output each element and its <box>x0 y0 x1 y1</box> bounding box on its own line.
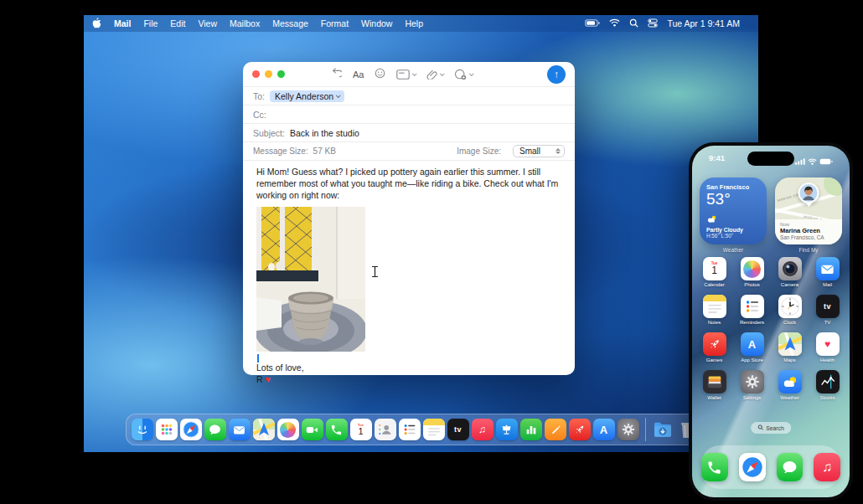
dock-pages-icon[interactable] <box>545 419 566 440</box>
app-tv-icon[interactable]: tv <box>816 295 840 318</box>
dock-music-icon[interactable]: ♫ <box>472 419 494 440</box>
spotlight-search-icon[interactable] <box>629 18 638 29</box>
emoji-icon[interactable] <box>375 68 385 80</box>
menu-app-name[interactable]: Mail <box>114 18 131 28</box>
recipient-token[interactable]: Kelly Anderson <box>270 90 344 102</box>
send-button[interactable]: ↑ <box>547 65 566 84</box>
dock-phone-icon[interactable] <box>701 453 728 481</box>
app-games-icon[interactable] <box>703 332 726 356</box>
app-wallet-icon[interactable] <box>703 370 726 393</box>
iphone-device: 9:41 San Francisco 53° Partly Cloudy H:5… <box>689 142 853 501</box>
image-size-label: Image Size: <box>457 147 501 156</box>
undo-icon[interactable] <box>330 68 342 80</box>
findmy-avatar-pin <box>798 183 819 207</box>
heart-emoji: ♥ <box>266 374 271 384</box>
app-appstore-icon[interactable]: A <box>741 332 764 356</box>
cc-field[interactable]: Cc: <box>243 105 575 124</box>
findmy-widget-label: Find My <box>775 247 842 253</box>
dock-calendar-icon[interactable]: Tue 1 <box>350 419 372 440</box>
app-stocks-icon[interactable] <box>816 370 840 393</box>
iphone-clock: 9:41 <box>709 153 725 168</box>
message-body[interactable]: Hi Mom! Guess what? I picked up pottery … <box>243 161 575 386</box>
dock-messages-icon[interactable] <box>204 419 226 440</box>
dock-safari-icon[interactable] <box>739 453 766 481</box>
spotlight-search-pill[interactable]: Search <box>751 422 791 434</box>
dock-mail-icon[interactable] <box>229 419 251 440</box>
menu-item-message[interactable]: Message <box>272 18 308 28</box>
app-maps-icon[interactable] <box>778 332 802 356</box>
subject-label: Subject: <box>253 128 285 138</box>
dock-settings-icon[interactable] <box>618 419 639 440</box>
menu-item-view[interactable]: View <box>198 18 217 28</box>
dock-safari-icon[interactable] <box>180 419 202 440</box>
select-arrows-icon <box>549 148 561 154</box>
dock-maps-icon[interactable] <box>253 419 275 440</box>
wifi-icon <box>808 153 817 168</box>
dock-phone-icon[interactable] <box>326 419 348 440</box>
app-settings-icon[interactable] <box>741 370 764 393</box>
message-size-row: Message Size: 57 KB Image Size: Small <box>243 142 575 161</box>
message-size-value: 57 KB <box>313 147 336 156</box>
wifi-icon[interactable] <box>609 18 620 28</box>
battery-icon[interactable] <box>585 18 600 28</box>
image-size-select[interactable]: Small <box>513 145 565 157</box>
dock-launchpad-icon[interactable] <box>156 419 178 440</box>
cc-label: Cc: <box>253 110 266 120</box>
menu-item-mailbox[interactable]: Mailbox <box>230 18 260 28</box>
menu-item-format[interactable]: Format <box>321 18 349 28</box>
weather-widget[interactable]: San Francisco 53° Partly Cloudy H:56° L:… <box>700 177 767 244</box>
menu-bar: Mail File Edit View Mailbox Message Form… <box>84 15 758 32</box>
app-weather-icon[interactable] <box>778 370 802 393</box>
message-size-label: Message Size: <box>253 147 308 156</box>
signature-closing: Lots of love, <box>256 363 561 374</box>
dock-music-icon[interactable]: ♫ <box>814 453 840 481</box>
dock-downloads-icon[interactable] <box>652 419 674 440</box>
mac-dock: Tue 1 tv ♫ A <box>126 414 704 445</box>
findmy-widget[interactable]: MARINA GREEN DR MARINA BLVD Now Marina G… <box>775 177 842 244</box>
minimize-window-button[interactable] <box>265 70 272 78</box>
dock-keynote-icon[interactable] <box>496 419 518 440</box>
attachment-icon[interactable] <box>426 69 443 80</box>
dock-numbers-icon[interactable] <box>520 419 542 440</box>
menu-item-edit[interactable]: Edit <box>170 18 185 28</box>
dock-messages-icon[interactable] <box>777 453 804 481</box>
apple-menu-icon[interactable] <box>92 18 101 30</box>
format-text-button[interactable]: Aa <box>353 69 364 80</box>
app-clock-icon[interactable] <box>778 295 802 318</box>
pottery-photo[interactable] <box>256 207 365 352</box>
header-fields-button[interactable] <box>396 69 416 80</box>
dock-games-icon[interactable] <box>569 419 591 440</box>
dock-reminders-icon[interactable] <box>399 419 421 440</box>
iphone-dock: ♫ <box>701 445 840 489</box>
app-calendar-icon[interactable]: Tue1 <box>703 257 726 280</box>
dock-tv-icon[interactable]: tv <box>447 419 469 440</box>
dock-photos-icon[interactable] <box>277 419 299 440</box>
to-label: To: <box>253 91 265 101</box>
close-window-button[interactable] <box>252 70 260 78</box>
menu-clock[interactable]: Tue Apr 1 9:41 AM <box>667 18 740 28</box>
body-paragraph: Hi Mom! Guess what? I picked up pottery … <box>256 167 561 202</box>
menu-item-file[interactable]: File <box>143 18 158 28</box>
dock-notes-icon[interactable] <box>423 419 445 440</box>
subject-field[interactable]: Subject: Back in the studio <box>243 124 575 142</box>
dock-contacts-icon[interactable] <box>375 419 396 440</box>
insert-photo-icon[interactable] <box>454 69 473 80</box>
battery-icon <box>819 153 833 168</box>
menu-item-help[interactable]: Help <box>405 18 423 28</box>
app-photos-icon[interactable] <box>741 257 764 280</box>
app-health-icon[interactable]: ♥ <box>816 332 840 356</box>
app-mail-icon[interactable] <box>816 257 840 280</box>
to-field[interactable]: To: Kelly Anderson <box>243 87 575 105</box>
zoom-window-button[interactable] <box>277 70 285 78</box>
app-camera-icon[interactable] <box>778 257 802 280</box>
iphone-status-bar: 9:41 <box>692 153 850 168</box>
dock-facetime-icon[interactable] <box>302 419 323 440</box>
app-notes-icon[interactable] <box>703 295 726 318</box>
dock-appstore-icon[interactable]: A <box>593 419 615 440</box>
ibeam-mouse-cursor <box>371 265 379 278</box>
app-reminders-icon[interactable] <box>741 295 764 318</box>
dock-finder-icon[interactable] <box>132 419 153 440</box>
control-center-icon[interactable] <box>648 18 658 29</box>
weather-widget-label: Weather <box>700 247 767 253</box>
menu-item-window[interactable]: Window <box>361 18 392 28</box>
